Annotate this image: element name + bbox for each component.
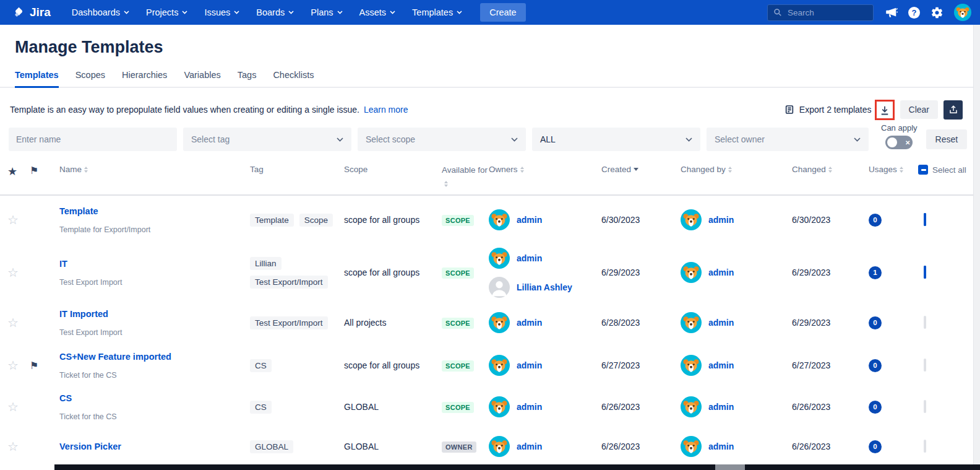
- column-changed[interactable]: Changed: [792, 165, 869, 174]
- template-name-link[interactable]: Version Picker: [59, 442, 250, 451]
- template-name-link[interactable]: CS+New Feature imported: [59, 352, 250, 362]
- tag-filter-select[interactable]: Select tag: [183, 128, 351, 151]
- tab-hierarchies[interactable]: Hierarchies: [122, 70, 167, 87]
- owner-link[interactable]: admin: [517, 215, 542, 225]
- flag-icon[interactable]: ⚑: [30, 360, 38, 371]
- reset-button[interactable]: Reset: [926, 129, 968, 149]
- download-icon[interactable]: [879, 104, 890, 117]
- changed-date: 6/26/2023: [792, 402, 869, 412]
- vertical-scrollbar[interactable]: [973, 25, 980, 464]
- create-button[interactable]: Create: [480, 3, 526, 22]
- owner-link[interactable]: admin: [517, 253, 542, 263]
- name-filter-input[interactable]: [9, 128, 177, 151]
- column-owners[interactable]: Owners: [489, 165, 601, 174]
- usages-badge[interactable]: 0: [869, 359, 882, 372]
- favorite-star-icon[interactable]: ☆: [7, 358, 30, 373]
- column-created[interactable]: Created: [601, 165, 681, 174]
- search-box[interactable]: [767, 4, 874, 21]
- favorite-star-icon[interactable]: ☆: [7, 265, 30, 280]
- tab-variables[interactable]: Variables: [184, 70, 220, 87]
- gear-icon[interactable]: [931, 6, 943, 19]
- nav-item-boards[interactable]: Boards: [256, 7, 294, 17]
- usages-badge[interactable]: 1: [869, 266, 882, 279]
- navbar-right: ?: [767, 4, 971, 21]
- scope-filter-select[interactable]: Select scope: [358, 128, 526, 151]
- column-changed-by[interactable]: Changed by: [681, 165, 792, 174]
- changed-by-link[interactable]: admin: [708, 442, 734, 451]
- nav-item-issues[interactable]: Issues: [204, 7, 239, 17]
- favorite-star-icon[interactable]: ☆: [7, 399, 30, 414]
- owner-link[interactable]: admin: [517, 442, 542, 451]
- tab-scopes[interactable]: Scopes: [75, 70, 105, 87]
- owner-link[interactable]: admin: [517, 402, 542, 412]
- owner-link[interactable]: admin: [517, 318, 542, 328]
- favorite-star-icon[interactable]: ☆: [7, 212, 30, 227]
- jira-logo[interactable]: Jira: [12, 6, 51, 19]
- dog-avatar: [489, 248, 510, 269]
- changed-by-link[interactable]: admin: [708, 318, 734, 328]
- changed-date: 6/27/2023: [792, 360, 869, 370]
- dog-avatar: [681, 396, 702, 417]
- usages-badge[interactable]: 0: [869, 316, 882, 329]
- owner: admin: [489, 396, 601, 417]
- column-available-for[interactable]: Available for: [442, 165, 489, 187]
- clear-button[interactable]: Clear: [900, 100, 938, 119]
- row-checkbox[interactable]: [924, 400, 926, 413]
- select-all-checkbox[interactable]: [918, 165, 928, 175]
- scope-filter-value: Select scope: [366, 134, 415, 144]
- chevron-down-icon: [390, 11, 395, 14]
- usages-badge[interactable]: 0: [869, 214, 882, 227]
- usages-badge[interactable]: 0: [869, 440, 882, 453]
- can-apply-toggle[interactable]: ✕: [885, 136, 913, 149]
- tab-templates[interactable]: Templates: [15, 70, 59, 88]
- row-checkbox[interactable]: [924, 316, 926, 329]
- export-templates-button[interactable]: Export 2 templates: [784, 104, 872, 115]
- template-name-link[interactable]: IT: [59, 259, 250, 269]
- jira-mark-icon: [12, 6, 25, 19]
- template-name-link[interactable]: IT Imported: [59, 309, 250, 319]
- nav-item-dashboards[interactable]: Dashboards: [72, 7, 129, 17]
- tab-tags[interactable]: Tags: [238, 70, 257, 87]
- column-usages[interactable]: Usages: [869, 165, 918, 174]
- changed-by-link[interactable]: admin: [708, 215, 734, 225]
- flag-column-icon[interactable]: ⚑: [30, 165, 59, 176]
- favorite-star-icon[interactable]: ☆: [7, 439, 30, 454]
- template-description: Ticket for the CS: [59, 412, 250, 421]
- type-filter-select[interactable]: ALL: [532, 128, 700, 151]
- row-checkbox[interactable]: [924, 440, 926, 453]
- column-name[interactable]: Name: [59, 165, 250, 174]
- available-for-badge: SCOPE: [442, 318, 474, 329]
- owner-link[interactable]: Lillian Ashley: [517, 282, 572, 292]
- owner-filter-select[interactable]: Select owner: [707, 128, 869, 151]
- owner-link[interactable]: admin: [517, 360, 542, 370]
- scope-value: scope for all groups: [344, 215, 442, 225]
- type-filter-value: ALL: [540, 134, 556, 144]
- nav-item-projects[interactable]: Projects: [146, 7, 187, 17]
- tag-chip: CS: [250, 401, 272, 414]
- search-input[interactable]: [786, 7, 867, 18]
- nav-item-plans[interactable]: Plans: [311, 7, 342, 17]
- template-name-link[interactable]: CS: [59, 393, 250, 403]
- person-avatar: [489, 277, 510, 298]
- available-for-badge: SCOPE: [442, 360, 474, 372]
- row-checkbox[interactable]: [924, 213, 926, 226]
- favorite-star-icon[interactable]: ☆: [7, 315, 30, 330]
- help-icon[interactable]: ?: [908, 7, 920, 19]
- changed-by-link[interactable]: admin: [708, 402, 734, 412]
- row-checkbox[interactable]: [924, 266, 926, 279]
- user-avatar[interactable]: [954, 4, 971, 21]
- template-name-link[interactable]: Template: [59, 206, 250, 216]
- changed-by-link[interactable]: admin: [708, 268, 734, 277]
- megaphone-icon[interactable]: [884, 6, 898, 19]
- tag-chip: Scope: [299, 214, 333, 227]
- share-export-button[interactable]: [943, 100, 963, 120]
- learn-more-link[interactable]: Learn more: [364, 105, 408, 115]
- usages-badge[interactable]: 0: [869, 401, 882, 414]
- nav-item-assets[interactable]: Assets: [359, 7, 396, 17]
- changed-by-link[interactable]: admin: [708, 360, 734, 370]
- nav-item-templates[interactable]: Templates: [412, 7, 462, 17]
- favorite-column-star-icon[interactable]: ★: [7, 165, 30, 178]
- owner: admin: [489, 312, 601, 333]
- row-checkbox[interactable]: [924, 359, 926, 372]
- tab-checklists[interactable]: Checklists: [273, 70, 314, 87]
